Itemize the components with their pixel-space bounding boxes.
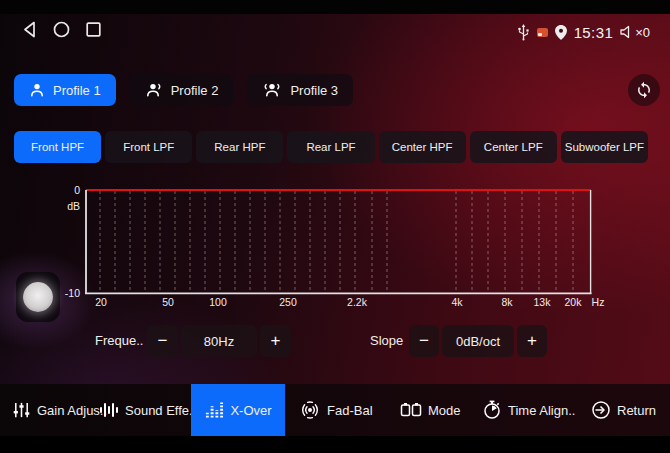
nav-sound-effect[interactable]: Sound Effe..: [99, 384, 196, 436]
person-icon: [29, 82, 45, 98]
volume-level-text: ×0: [635, 25, 650, 40]
return-icon: [591, 400, 611, 420]
slope-value-text: 0dB/oct: [456, 334, 500, 349]
top-strip: [0, 0, 670, 14]
bottom-nav-bar: Gain Adjus.. Sound Effe.. X-Over: [0, 384, 670, 436]
volume-indicator: ×0: [620, 25, 650, 40]
tab-label: Subwoofer LPF: [565, 141, 644, 153]
nav-time-align[interactable]: Time Align..: [482, 384, 575, 436]
x-tick-label: 50: [162, 296, 174, 308]
profile-1-button[interactable]: Profile 1: [14, 74, 116, 106]
tab-front-hpf[interactable]: Front HPF: [14, 131, 101, 163]
profile-2-button[interactable]: Profile 2: [130, 74, 234, 106]
reset-button[interactable]: [628, 74, 660, 106]
x-tick-label: Hz: [592, 296, 605, 308]
nav-gain-adjust[interactable]: Gain Adjus..: [12, 384, 107, 436]
x-tick-label: 2.2k: [347, 296, 367, 308]
tab-label: Rear LPF: [306, 141, 355, 153]
profile-label: Profile 1: [53, 83, 101, 98]
profile-label: Profile 2: [171, 83, 219, 98]
home-icon: [53, 21, 70, 38]
tab-center-lpf[interactable]: Center LPF: [470, 131, 557, 163]
person-broadcast-icon: [262, 82, 282, 98]
tab-rear-lpf[interactable]: Rear LPF: [287, 131, 374, 163]
usb-icon: [517, 24, 530, 41]
tab-label: Front HPF: [31, 141, 84, 153]
y-tick-label: dB: [60, 200, 80, 212]
back-icon: [22, 21, 36, 38]
crossover-graph: [85, 184, 592, 297]
status-time: 15:31: [574, 24, 614, 41]
back-button[interactable]: [18, 18, 40, 40]
gain-sliders-icon: [12, 401, 31, 419]
nav-label: Time Align..: [508, 403, 575, 418]
nav-label: Sound Effe..: [125, 403, 196, 418]
sync-icon: [635, 81, 653, 99]
slope-minus-button[interactable]: −: [409, 325, 439, 357]
nav-mode[interactable]: Mode: [400, 384, 461, 436]
nav-fad-bal[interactable]: Fad-Bal: [299, 384, 373, 436]
speaker-mute-icon: [620, 25, 633, 39]
sound-effect-icon: [99, 402, 119, 418]
tab-center-hpf[interactable]: Center HPF: [379, 131, 466, 163]
graph-gridlines: [100, 191, 573, 290]
x-tick-label: 13k: [534, 296, 551, 308]
tab-front-lpf[interactable]: Front LPF: [105, 131, 192, 163]
tab-subwoofer-lpf[interactable]: Subwoofer LPF: [561, 131, 648, 163]
frequency-plus-button[interactable]: +: [260, 325, 291, 357]
y-tick-label: 0: [60, 184, 80, 196]
tab-label: Rear HPF: [214, 141, 265, 153]
x-tick-label: 4k: [451, 296, 462, 308]
tab-label: Center LPF: [484, 141, 543, 153]
x-tick-label: 20: [95, 296, 107, 308]
slope-value: 0dB/oct: [442, 325, 514, 357]
nav-label: Gain Adjus..: [37, 403, 107, 418]
xover-equalizer-icon: [204, 401, 224, 419]
x-tick-label: 20k: [565, 296, 582, 308]
nav-label: Mode: [428, 403, 461, 418]
plus-icon: +: [527, 331, 537, 351]
location-icon: [555, 25, 567, 40]
x-tick-label: 8k: [501, 296, 512, 308]
bottom-strip: [0, 436, 670, 453]
nav-label: X-Over: [230, 403, 271, 418]
tab-label: Center HPF: [392, 141, 453, 153]
home-button[interactable]: [50, 18, 72, 40]
recents-icon: [86, 22, 101, 37]
slope-plus-button[interactable]: +: [517, 325, 547, 357]
x-tick-label: 250: [279, 296, 297, 308]
android-nav-buttons: [18, 18, 104, 40]
recents-button[interactable]: [82, 18, 104, 40]
nav-x-over[interactable]: X-Over: [191, 384, 285, 436]
profile-3-button[interactable]: Profile 3: [247, 74, 353, 106]
person-speaking-icon: [145, 82, 163, 98]
profile-tabs: Profile 1 Profile 2 Profile 3: [14, 74, 353, 106]
frequency-label: Freque..: [95, 325, 143, 357]
nav-label: Return: [617, 403, 656, 418]
frequency-minus-button[interactable]: −: [147, 325, 178, 357]
nav-label: Fad-Bal: [327, 403, 373, 418]
nav-return[interactable]: Return: [591, 384, 656, 436]
profile-label: Profile 3: [290, 83, 338, 98]
plus-icon: +: [271, 331, 281, 351]
fader-balance-icon: [299, 400, 321, 420]
x-tick-label: 100: [209, 296, 227, 308]
frequency-value-text: 80Hz: [204, 334, 234, 349]
minus-icon: −: [158, 331, 168, 351]
head-unit-screen: 15:31 ×0 Profile 1 Profile 2: [0, 0, 670, 453]
status-icons: 15:31 ×0: [517, 18, 650, 46]
frequency-value: 80Hz: [181, 325, 257, 357]
crossover-filter-tabs: Front HPF Front LPF Rear HPF Rear LPF Ce…: [14, 131, 648, 163]
minus-icon: −: [419, 331, 429, 351]
mode-icon: [400, 402, 422, 418]
x-axis-labels: 20501002502.2k4k8k13k20kHz: [0, 296, 670, 310]
tab-label: Front LPF: [123, 141, 174, 153]
slope-label: Slope: [370, 325, 403, 357]
cast-badge-icon: [537, 28, 548, 37]
time-align-icon: [482, 400, 502, 420]
tab-rear-hpf[interactable]: Rear HPF: [196, 131, 283, 163]
